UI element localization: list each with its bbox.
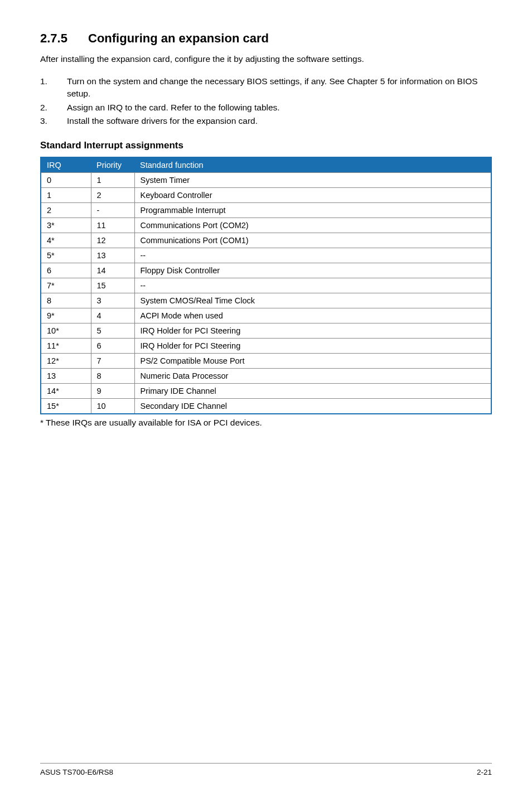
table-row: 11*6IRQ Holder for PCI Steering <box>41 338 491 353</box>
cell-irq: 4* <box>41 233 91 248</box>
cell-irq: 10* <box>41 323 91 338</box>
table-row: 01System Timer <box>41 172 491 187</box>
cell-func: Primary IDE Channel <box>134 383 491 398</box>
header-priority: Priority <box>91 157 134 173</box>
cell-func: -- <box>134 248 491 263</box>
cell-irq: 3* <box>41 218 91 233</box>
cell-func: PS/2 Compatible Mouse Port <box>134 353 491 368</box>
table-row: 12*7PS/2 Compatible Mouse Port <box>41 353 491 368</box>
cell-irq: 15* <box>41 398 91 414</box>
list-item: 3.Install the software drivers for the e… <box>40 115 492 127</box>
cell-priority: 3 <box>91 293 134 308</box>
cell-priority: 14 <box>91 263 134 278</box>
cell-irq: 6 <box>41 263 91 278</box>
footer-right: 2-21 <box>477 768 492 776</box>
list-item: 2.Assign an IRQ to the card. Refer to th… <box>40 102 492 114</box>
table-row: 15*10Secondary IDE Channel <box>41 398 491 414</box>
table-row: 5*13-- <box>41 248 491 263</box>
table-row: 4*12Communications Port (COM1) <box>41 233 491 248</box>
footnote: * These IRQs are usually available for I… <box>40 418 492 428</box>
cell-func: IRQ Holder for PCI Steering <box>134 323 491 338</box>
steps-list: 1.Turn on the system and change the nece… <box>40 75 492 128</box>
cell-irq: 14* <box>41 383 91 398</box>
cell-func: Secondary IDE Channel <box>134 398 491 414</box>
cell-func: Numeric Data Processor <box>134 368 491 383</box>
cell-priority: 15 <box>91 278 134 293</box>
table-row: 3*11Communications Port (COM2) <box>41 218 491 233</box>
list-text: Install the software drivers for the exp… <box>67 116 258 125</box>
list-item: 1.Turn on the system and change the nece… <box>40 75 492 100</box>
table-row: 138Numeric Data Processor <box>41 368 491 383</box>
cell-irq: 1 <box>41 187 91 202</box>
header-irq: IRQ <box>41 157 91 173</box>
cell-func: Communications Port (COM2) <box>134 218 491 233</box>
section-title: Configuring an expansion card <box>88 31 269 45</box>
section-heading: 2.7.5Configuring an expansion card <box>40 31 492 46</box>
cell-priority: 12 <box>91 233 134 248</box>
table-row: 10*5IRQ Holder for PCI Steering <box>41 323 491 338</box>
list-number: 1. <box>40 75 47 88</box>
cell-irq: 2 <box>41 202 91 218</box>
table-row: 7*15-- <box>41 278 491 293</box>
cell-func: Programmable Interrupt <box>134 202 491 218</box>
cell-func: -- <box>134 278 491 293</box>
table-row: 12Keyboard Controller <box>41 187 491 202</box>
list-text: Assign an IRQ to the card. Refer to the … <box>67 103 280 112</box>
cell-irq: 13 <box>41 368 91 383</box>
cell-irq: 0 <box>41 172 91 187</box>
table-row: 14*9Primary IDE Channel <box>41 383 491 398</box>
page-footer: ASUS TS700-E6/RS8 2-21 <box>40 763 492 776</box>
list-number: 2. <box>40 102 47 114</box>
cell-irq: 8 <box>41 293 91 308</box>
cell-priority: 2 <box>91 187 134 202</box>
cell-priority: 10 <box>91 398 134 414</box>
cell-priority: 6 <box>91 338 134 353</box>
table-row: 9*4ACPI Mode when used <box>41 308 491 323</box>
cell-func: ACPI Mode when used <box>134 308 491 323</box>
cell-irq: 12* <box>41 353 91 368</box>
section-number: 2.7.5 <box>40 31 88 46</box>
cell-priority: 9 <box>91 383 134 398</box>
intro-paragraph: After installing the expansion card, con… <box>40 54 492 65</box>
cell-priority: 1 <box>91 172 134 187</box>
cell-priority: 4 <box>91 308 134 323</box>
cell-priority: - <box>91 202 134 218</box>
cell-irq: 9* <box>41 308 91 323</box>
cell-func: Floppy Disk Controller <box>134 263 491 278</box>
list-text: Turn on the system and change the necess… <box>67 76 478 98</box>
footer-left: ASUS TS700-E6/RS8 <box>40 768 113 776</box>
list-number: 3. <box>40 115 47 127</box>
cell-priority: 7 <box>91 353 134 368</box>
cell-func: System CMOS/Real Time Clock <box>134 293 491 308</box>
table-row: 614Floppy Disk Controller <box>41 263 491 278</box>
table-body: 01System Timer12Keyboard Controller2-Pro… <box>41 172 491 414</box>
table-row: 2-Programmable Interrupt <box>41 202 491 218</box>
header-function: Standard function <box>134 157 491 173</box>
table-header-row: IRQ Priority Standard function <box>41 157 491 173</box>
cell-irq: 7* <box>41 278 91 293</box>
cell-func: System Timer <box>134 172 491 187</box>
irq-table: IRQ Priority Standard function 01System … <box>40 157 492 414</box>
cell-func: Communications Port (COM1) <box>134 233 491 248</box>
cell-priority: 8 <box>91 368 134 383</box>
cell-func: IRQ Holder for PCI Steering <box>134 338 491 353</box>
cell-priority: 5 <box>91 323 134 338</box>
cell-func: Keyboard Controller <box>134 187 491 202</box>
cell-irq: 11* <box>41 338 91 353</box>
cell-priority: 11 <box>91 218 134 233</box>
table-row: 83System CMOS/Real Time Clock <box>41 293 491 308</box>
cell-priority: 13 <box>91 248 134 263</box>
cell-irq: 5* <box>41 248 91 263</box>
table-heading: Standard Interrupt assignments <box>40 140 492 151</box>
